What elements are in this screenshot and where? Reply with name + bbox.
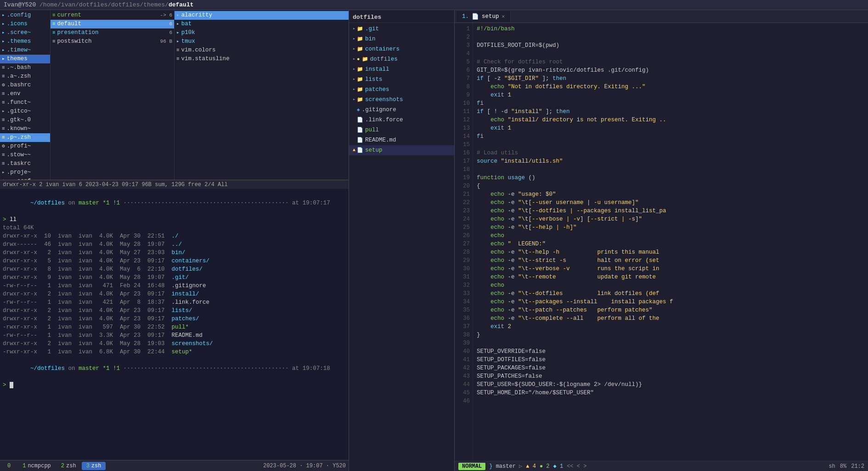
terminal-prompt-line: ~/dotfiles on master *1 !1 ·············…	[3, 191, 346, 216]
fm-item[interactable]: ≡.known~	[0, 125, 50, 133]
doc-icon: 📄	[357, 136, 363, 144]
fm-right-col[interactable]: ▸ alacritty ▸ bat ▸ p10k ▸ tmux ≡ vim.	[175, 10, 349, 180]
fm-item-themes[interactable]: ▸themes	[0, 55, 50, 63]
fm-item-current[interactable]: ≡ current -> 6	[51, 11, 174, 20]
fm-item-vim-statusline[interactable]: ≡ vim.statusline	[175, 55, 349, 63]
fm-item-pzsh[interactable]: ≡.p~.zsh	[0, 133, 50, 142]
fm-item[interactable]: ≡.taskrc	[0, 159, 50, 168]
code-content[interactable]: #!/bin/bash DOTFILES_ROOT_DIR=$(pwd) # C…	[473, 23, 868, 461]
fm-item[interactable]: ≡.stow~~	[0, 151, 50, 159]
terminal-output: drwxr-xr-x 2 ivan ivan 4.0K Apr 23 09:17…	[3, 306, 346, 315]
tab-zsh-2[interactable]: 2zsh	[56, 462, 81, 470]
terminal-output: drwxr-xr-x 2 ivan ivan 4.0K Apr 23 09:17…	[3, 315, 346, 323]
chevron-icon: ▸	[353, 85, 355, 94]
terminal-output: -rwxr-xr-x 1 ivan ivan 6.8K Apr 30 22:44…	[3, 348, 346, 356]
file-tree[interactable]: dotfiles ▸ 📁 .git ▸ 📁 bin ▸ 📁 containers…	[349, 10, 455, 471]
fm-item[interactable]: ▸.scree~	[0, 28, 50, 37]
editor-percent: 8%	[840, 463, 846, 470]
tree-item-install[interactable]: ▸ 📁 install	[349, 64, 454, 74]
tree-item-pull[interactable]: ▸ 📄 pull	[349, 125, 454, 135]
fm-item[interactable]: ▸.config	[0, 11, 50, 20]
chevron-icon: ▸	[353, 55, 355, 63]
line-numbers: 12345 678910 1112131415 1617181920 21222…	[455, 23, 473, 461]
folder-icon: 📁	[357, 75, 363, 84]
tree-item-patches[interactable]: ▸ 📁 patches	[349, 85, 454, 95]
file-icon: 📄	[357, 116, 363, 124]
tree-item-git[interactable]: ▸ 📁 .git	[349, 24, 454, 34]
tree-item-containers[interactable]: ▸ 📁 containers	[349, 44, 454, 54]
folder-icon: 📁	[357, 85, 363, 94]
editor-position: 21:2	[851, 463, 864, 470]
fm-item[interactable]: ≡.a~.zsh	[0, 72, 50, 81]
folder-icon: 📁	[357, 65, 363, 74]
main-area: ▸.config ▸.icons ▸.scree~ ▸.themes ▸.tim…	[0, 10, 868, 471]
file-tab-icon2: 📄	[472, 13, 479, 20]
fm-item[interactable]: ≡.funct~	[0, 98, 50, 107]
tree-item-lists[interactable]: ▸ 📁 lists	[349, 74, 454, 85]
tree-title: dotfiles	[349, 12, 454, 23]
fm-item-bat[interactable]: ▸ bat	[175, 20, 349, 28]
tree-item-dotfiles[interactable]: ▸ ● 📁 dotfiles	[349, 54, 454, 64]
fm-item[interactable]: ≡.env	[0, 90, 50, 98]
terminal-cursor[interactable]: >	[3, 381, 346, 389]
editor-lang: sh	[829, 463, 835, 470]
tab-zsh-3[interactable]: 3zsh	[82, 462, 106, 470]
file-manager: ▸.config ▸.icons ▸.scree~ ▸.themes ▸.tim…	[0, 10, 349, 180]
tab-0[interactable]: 0	[3, 462, 17, 470]
tree-item-setup[interactable]: ▲ 📄 setup	[349, 145, 454, 155]
terminal-output: -rw-r--r-- 1 ivan ivan 421 Apr 8 18:37 .…	[3, 298, 346, 306]
fm-middle-col[interactable]: ≡ current -> 6 ≡ default 6 ≡ presentatio…	[51, 10, 175, 180]
fm-item-presentation[interactable]: ≡ presentation 6	[51, 28, 174, 37]
editor-ok: ● 2	[540, 463, 550, 470]
tree-item-screenshots[interactable]: ▸ 📁 screenshots	[349, 95, 454, 105]
tree-item-readme[interactable]: ▸ 📄 README.md	[349, 135, 454, 145]
editor-mode: NORMAL	[458, 463, 485, 470]
diamond-icon: ◆	[357, 106, 360, 114]
fm-left-col[interactable]: ▸.config ▸.icons ▸.scree~ ▸.themes ▸.tim…	[0, 10, 51, 180]
editor-warnings: ▲ 4	[526, 463, 536, 470]
tab-ncmpcpp[interactable]: 1ncmpcpp	[18, 462, 56, 470]
editor-branch: } master ▷	[489, 463, 522, 470]
fm-item[interactable]: ▸.icons	[0, 20, 50, 28]
terminal[interactable]: ~/dotfiles on master *1 !1 ·············…	[0, 189, 349, 460]
close-tab-button[interactable]: ✕	[502, 13, 505, 19]
fm-item[interactable]: ≡.gtk~.0	[0, 116, 50, 125]
fm-item-p10k[interactable]: ▸ p10k	[175, 28, 349, 37]
terminal-cmd: > ll	[3, 216, 346, 224]
tree-item-bin[interactable]: ▸ 📁 bin	[349, 34, 454, 44]
fm-item-alacritty[interactable]: ▸ alacritty	[175, 11, 349, 20]
tree-item-gitignore[interactable]: ▸ ◆ .gitignore	[349, 105, 454, 115]
terminal-output: drwx------ 46 ivan ivan 4.0K May 28 19:0…	[3, 240, 346, 249]
terminal-output: drwxr-xr-x 8 ivan ivan 4.0K May 6 22:10 …	[3, 265, 346, 273]
status-right: sh 8% 21:2	[829, 463, 864, 470]
fm-item[interactable]: ▸.gitco~	[0, 107, 50, 116]
fm-item[interactable]: ▸.proje~	[0, 168, 50, 177]
fm-item[interactable]: ≡.~.bash	[0, 63, 50, 72]
chevron-icon: ▸	[353, 75, 355, 84]
fm-item[interactable]: ▸.themes	[0, 37, 50, 46]
fm-item-tmux[interactable]: ▸ tmux	[175, 37, 349, 46]
exec-icon: 📄	[357, 146, 363, 154]
title-user: Ivan@Y520	[4, 1, 36, 8]
terminal-output: drwxr-xr-x 2 ivan ivan 4.0K May 28 19:03…	[3, 340, 346, 348]
fm-status-text: drwxr-xr-x 2 ivan ivan 6 2023-04-23 09:1…	[3, 182, 228, 188]
fm-item-postswitch[interactable]: ≡ postswitch 96 B	[51, 37, 174, 46]
fm-item[interactable]: ⚙.~.conf	[0, 177, 50, 180]
bottom-bar: 0 1ncmpcpp 2zsh 3zsh 2023-05-28 · 19:07 …	[0, 460, 349, 471]
terminal-output: -rw-r--r-- 1 ivan ivan 471 Feb 24 16:48 …	[3, 282, 346, 290]
tree-item-linkforce[interactable]: ▸ 📄 .link.force	[349, 115, 454, 125]
bottom-datetime: 2023-05-28 · 19:07 · Y520	[263, 463, 346, 469]
terminal-output: total 64K	[3, 224, 346, 232]
editor-info: ◆ 1	[553, 463, 564, 470]
terminal-output: drwxr-xr-x 5 ivan ivan 4.0K Apr 23 09:17…	[3, 257, 346, 265]
fm-item-default[interactable]: ≡ default 6	[51, 20, 174, 28]
code-body: 12345 678910 1112131415 1617181920 21222…	[455, 23, 868, 461]
title-path: /home/ivan/dotfiles/dotfiles/themes/	[39, 1, 169, 8]
fm-item[interactable]: ▸.timew~	[0, 46, 50, 55]
fm-item[interactable]: ⚙.profi~	[0, 142, 50, 151]
fm-item[interactable]: ⚙.bashrc	[0, 81, 50, 90]
terminal-output: drwxr-xr-x 9 ivan ivan 4.0K May 28 19:07…	[3, 273, 346, 282]
terminal-output: drwxr-xr-x 2 ivan ivan 4.0K May 27 23:03…	[3, 249, 346, 257]
tab-setup[interactable]: 1. 📄 setup ✕	[457, 11, 511, 22]
fm-item-vim-colors[interactable]: ≡ vim.colors	[175, 46, 349, 55]
